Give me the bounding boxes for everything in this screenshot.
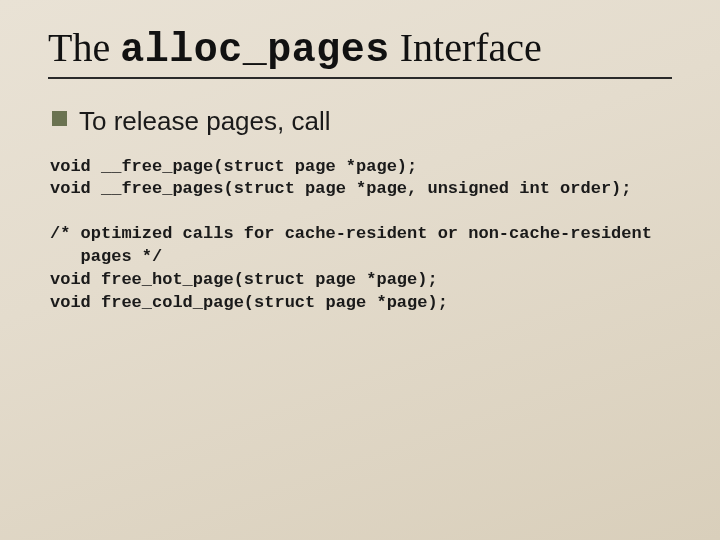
title-rule [48,77,672,79]
title-pre: The [48,25,120,70]
slide-title: The alloc_pages Interface [48,24,672,73]
code-block-1: void __free_page(struct page *page); voi… [50,156,672,202]
bullet-item: To release pages, call [52,105,672,138]
code-block-2: /* optimized calls for cache-resident or… [50,223,672,315]
bullet-text: To release pages, call [79,105,330,138]
bullet-square-icon [52,111,67,126]
title-post: Interface [390,25,542,70]
title-mono: alloc_pages [120,28,390,73]
slide: The alloc_pages Interface To release pag… [0,0,720,540]
